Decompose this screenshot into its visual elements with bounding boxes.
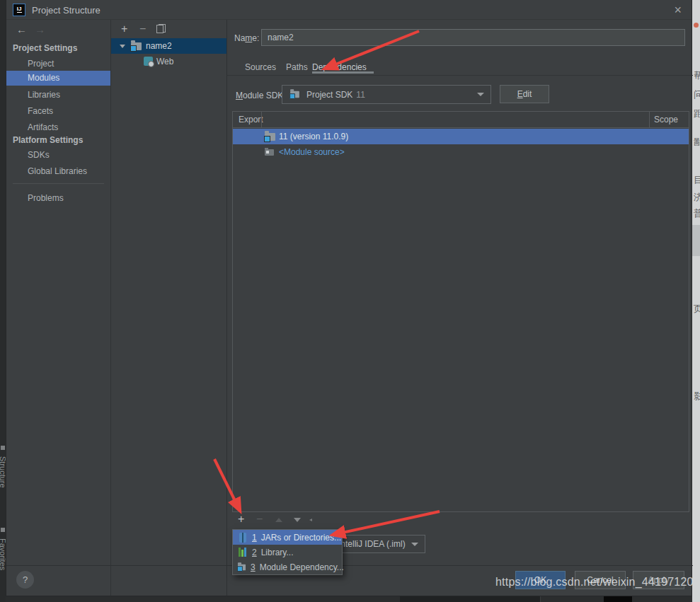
background-window-sliver: 帮 问 距 鄙 目 济 普 页 影 <box>692 0 700 602</box>
clipped-cjk-char: 影 <box>694 390 700 403</box>
project-settings-header: Project Settings <box>13 43 77 53</box>
clipped-cjk-char: 帮 <box>694 69 700 82</box>
modules-tree-panel: + − name2 Web <box>110 20 227 596</box>
csdn-watermark: https://blog.csdn.net/weixin_44197120 <box>495 576 694 589</box>
sdk-combo-value: Project SDK <box>306 90 352 100</box>
logo-text: IJ <box>17 6 22 12</box>
iml-format-combo[interactable]: IntelliJ IDEA (.iml) <box>332 535 425 553</box>
clipped-cjk-char: 目 <box>694 174 700 187</box>
ide-left-stripe: Structure Favorites <box>0 0 6 602</box>
clipped-cjk-char: 问 <box>694 88 700 101</box>
module-sdk-label: Module SDK: <box>236 91 286 100</box>
add-module-icon[interactable]: + <box>121 22 127 36</box>
platform-settings-header: Platform Settings <box>13 135 83 145</box>
bottom-segment <box>400 596 540 602</box>
bottom-black-box <box>604 596 632 602</box>
back-arrow-icon[interactable]: ← <box>16 23 27 35</box>
close-icon[interactable]: × <box>674 1 682 18</box>
jar-icon <box>237 533 248 543</box>
background-red-dot <box>694 23 699 28</box>
edit-button[interactable]: Edit <box>500 85 549 103</box>
iml-combo-value: IntelliJ IDEA (.iml) <box>338 539 406 549</box>
move-down-icon[interactable] <box>294 518 301 522</box>
clipped-cjk-char: 页 <box>694 303 700 316</box>
help-button[interactable]: ? <box>16 571 34 589</box>
column-divider <box>649 112 650 128</box>
toolwindow-label-favorites[interactable]: Favorites <box>0 538 6 570</box>
intellij-logo-icon: IJ <box>13 4 25 16</box>
screen: Structure Favorites 帮 问 距 鄙 目 济 普 页 影 IJ… <box>0 0 700 602</box>
sdk-combo-version: 11 <box>356 90 365 100</box>
module-dependency-icon <box>237 564 246 571</box>
structure-toolwindow-icon <box>1 446 5 450</box>
sidebar-item-facets[interactable]: Facets <box>6 104 110 119</box>
tab-sources[interactable]: Sources <box>245 60 276 74</box>
move-up-icon[interactable] <box>275 518 282 522</box>
sidebar-item-global-libraries[interactable]: Global Libraries <box>6 164 110 179</box>
tabs-separator <box>227 75 693 76</box>
dialog-titlebar[interactable]: IJ Project Structure × <box>6 0 692 20</box>
sdk-dependency-icon <box>265 133 275 141</box>
settings-sidebar: ← → Project Settings Project Modules Lib… <box>6 20 110 596</box>
copy-module-icon[interactable] <box>156 24 166 33</box>
library-icon <box>237 548 248 557</box>
dependency-label[interactable]: <Module source> <box>279 144 345 160</box>
combo-arrow-icon <box>477 93 484 96</box>
chevron-down-icon[interactable] <box>120 45 125 48</box>
ide-bottom-sliver <box>6 596 692 602</box>
sidebar-item-project[interactable]: Project <box>6 57 110 71</box>
favorites-toolwindow-icon <box>1 528 5 532</box>
menu-item-library[interactable]: 2 Library... <box>233 545 342 560</box>
tree-row-web[interactable]: Web <box>111 54 226 69</box>
add-dependency-icon[interactable]: + <box>238 513 244 526</box>
toolwindow-label-structure[interactable]: Structure <box>0 456 6 488</box>
column-divider <box>261 112 262 128</box>
module-sdk-combo[interactable]: Project SDK 11 <box>282 85 491 104</box>
name-label: Name: <box>234 33 259 43</box>
dependency-row-module-source[interactable]: <Module source> <box>233 144 689 160</box>
dependencies-table: Export Scope 11 (version 11.0.9) <Module… <box>232 111 689 512</box>
combo-arrow-icon <box>411 543 418 546</box>
export-column-header[interactable]: Export <box>239 112 263 127</box>
add-dependency-popup: 1 JARs or Directories... 2 Library... 3 … <box>232 529 343 575</box>
module-source-icon <box>265 149 274 156</box>
forward-arrow-icon: → <box>35 23 45 35</box>
sidebar-item-artifacts[interactable]: Artifacts <box>6 120 110 135</box>
dependency-label[interactable]: 11 (version 11.0.9) <box>279 129 348 144</box>
tree-root-label[interactable]: name2 <box>146 38 172 54</box>
module-icon <box>131 42 142 50</box>
remove-module-icon[interactable]: − <box>139 22 146 36</box>
tab-selected-underline <box>312 71 374 74</box>
dependencies-table-header[interactable]: Export Scope <box>233 112 689 128</box>
sidebar-item-modules[interactable]: Modules <box>6 71 110 86</box>
clipped-cjk-char: 济 <box>694 191 700 204</box>
scope-column-header[interactable]: Scope <box>654 112 678 127</box>
sidebar-item-sdks[interactable]: SDKs <box>6 148 110 163</box>
sidebar-item-libraries[interactable]: Libraries <box>6 88 110 103</box>
tree-child-label[interactable]: Web <box>156 54 173 69</box>
name-input[interactable] <box>261 29 685 46</box>
bottom-divider <box>540 596 541 602</box>
sidebar-item-problems[interactable]: Problems <box>6 191 110 206</box>
clipped-cjk-char: 距 <box>694 108 700 120</box>
footer-separator <box>6 565 693 566</box>
dependency-row-sdk[interactable]: 11 (version 11.0.9) <box>233 129 689 144</box>
web-facet-icon <box>144 57 153 66</box>
clipped-cjk-char: 普 <box>694 207 700 220</box>
clipped-cjk-char: 鄙 <box>694 136 700 149</box>
remove-dependency-icon[interactable]: − <box>256 513 263 526</box>
menu-item-module-dependency[interactable]: 3 Module Dependency... <box>233 560 342 574</box>
background-block <box>692 225 700 256</box>
tree-row-name2[interactable]: name2 <box>111 38 226 54</box>
menu-item-jars-or-directories[interactable]: 1 JARs or Directories... <box>233 530 342 545</box>
tab-paths[interactable]: Paths <box>286 60 308 74</box>
sdk-icon <box>290 91 299 98</box>
dialog-title: Project Structure <box>32 5 101 16</box>
project-structure-dialog: IJ Project Structure × ← → Project Setti… <box>6 0 692 596</box>
sidebar-divider <box>13 183 104 184</box>
